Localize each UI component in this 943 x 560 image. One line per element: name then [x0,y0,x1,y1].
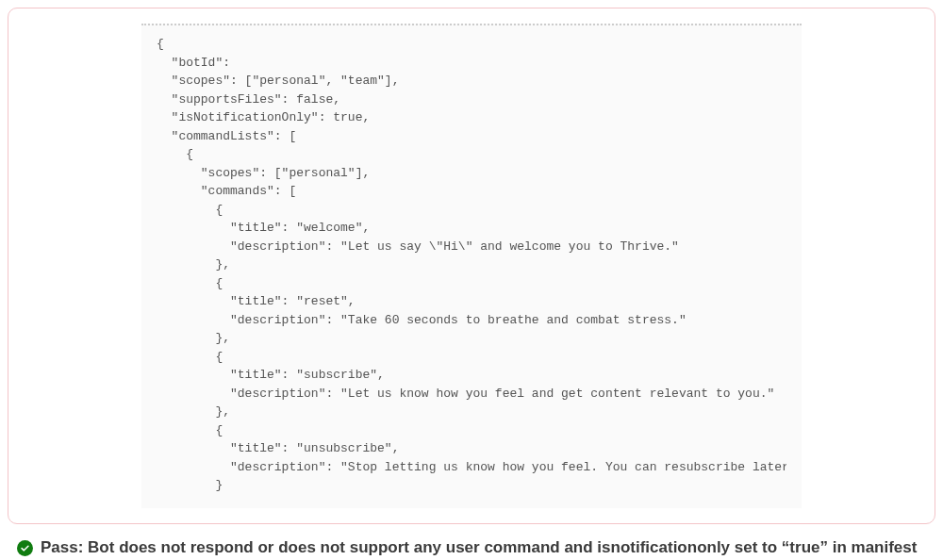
status-text: Pass: Bot does not respond or does not s… [41,537,917,559]
code-snippet: { "botId": "scopes": ["personal", "team"… [157,35,786,495]
code-container: { "botId": "scopes": ["personal", "team"… [141,24,802,508]
code-card: { "botId": "scopes": ["personal", "team"… [8,8,935,524]
status-row: Pass: Bot does not respond or does not s… [8,537,935,561]
check-circle-icon [17,540,33,556]
